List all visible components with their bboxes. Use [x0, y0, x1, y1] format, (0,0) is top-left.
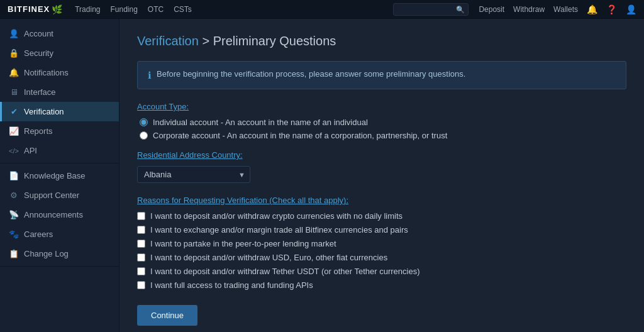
help-icon[interactable]: ❓ — [606, 4, 617, 14]
sidebar-item-security[interactable]: 🔒 Security — [0, 43, 119, 63]
country-select[interactable]: Albania United States United Kingdom — [137, 166, 250, 183]
checkbox-tether-input[interactable] — [137, 267, 145, 275]
radio-individual[interactable]: Individual account - An account in the n… — [140, 118, 626, 127]
sidebar-label-announcements: Announcements — [24, 210, 83, 219]
api-icon: </> — [9, 147, 19, 155]
sidebar-label-support-center: Support Center — [24, 191, 79, 200]
sidebar-label-security: Security — [24, 48, 53, 58]
sidebar-label-api: API — [24, 146, 37, 155]
knowledge-icon: 📄 — [9, 171, 19, 180]
careers-icon: 🐾 — [9, 230, 19, 239]
account-type-radio-group: Individual account - An account in the n… — [137, 118, 626, 140]
user-icon: 👤 — [9, 29, 19, 38]
sidebar-item-api[interactable]: </> API — [0, 141, 119, 160]
checkbox-exchange-input[interactable] — [137, 226, 145, 234]
sidebar-label-verification: Verification — [24, 107, 64, 116]
notification-icon: 🔔 — [9, 68, 19, 77]
sidebar-label-notifications: Notifications — [24, 68, 69, 77]
sidebar-label-knowledge-base: Knowledge Base — [24, 171, 86, 180]
country-select-wrapper: Albania United States United Kingdom ▼ — [137, 166, 250, 183]
sidebar-item-verification[interactable]: ✔ Verification — [0, 102, 119, 121]
checkbox-api-access-label: I want full access to trading and fundin… — [150, 280, 313, 290]
sidebar-item-interface[interactable]: 🖥 Interface — [0, 82, 119, 102]
wallets-link[interactable]: Wallets — [553, 5, 578, 14]
continue-button[interactable]: Continue — [137, 305, 197, 326]
logo[interactable]: BITFINEX 🌿 — [8, 4, 62, 14]
sidebar-item-notifications[interactable]: 🔔 Notifications — [0, 63, 119, 82]
checkbox-fiat-label: I want to deposit and/or withdraw USD, E… — [150, 253, 387, 262]
nav-trading[interactable]: Trading — [75, 5, 100, 14]
logo-text: BITFINEX — [8, 4, 50, 14]
withdraw-link[interactable]: Withdraw — [513, 5, 545, 14]
logo-leaf-icon: 🌿 — [52, 4, 62, 14]
radio-corporate-input[interactable] — [140, 131, 148, 140]
sidebar-item-careers[interactable]: 🐾 Careers — [0, 224, 119, 244]
deposit-link[interactable]: Deposit — [479, 5, 504, 14]
sidebar-item-change-log[interactable]: 📋 Change Log — [0, 244, 119, 263]
checkbox-crypto-label: I want to deposit and/or withdraw crypto… — [150, 211, 402, 221]
sidebar-label-reports: Reports — [24, 126, 53, 136]
checkbox-exchange-label: I want to exchange and/or margin trade a… — [150, 225, 408, 235]
sidebar-item-knowledge-base[interactable]: 📄 Knowledge Base — [0, 166, 119, 185]
checkbox-p2p[interactable]: I want to partake in the peer-to-peer le… — [137, 239, 626, 248]
radio-individual-label: Individual account - An account in the n… — [153, 118, 368, 127]
topnav-right: Deposit Withdraw Wallets 🔔 ❓ 👤 — [479, 4, 636, 14]
bell-icon[interactable]: 🔔 — [587, 4, 597, 14]
checkbox-tether[interactable]: I want to deposit and/or withdraw Tether… — [137, 267, 626, 276]
nav-funding[interactable]: Funding — [110, 5, 137, 14]
radio-corporate-label: Corporate account - An account in the na… — [153, 131, 447, 140]
residential-label: Residential Address Country: — [137, 150, 626, 160]
radio-corporate[interactable]: Corporate account - An account in the na… — [140, 131, 626, 140]
checkbox-fiat[interactable]: I want to deposit and/or withdraw USD, E… — [137, 253, 626, 262]
sidebar-label-account: Account — [24, 29, 53, 38]
reasons-label: Reasons for Requesting Verification (Che… — [137, 196, 626, 205]
checkbox-crypto-input[interactable] — [137, 212, 145, 220]
check-icon: ✔ — [9, 107, 19, 116]
reasons-checkbox-group: I want to deposit and/or withdraw crypto… — [137, 211, 626, 290]
search-wrapper: 🔍 — [393, 3, 469, 16]
radio-individual-input[interactable] — [140, 118, 148, 126]
checkbox-p2p-input[interactable] — [137, 240, 145, 248]
info-box: ℹ Before beginning the verification proc… — [137, 61, 626, 89]
monitor-icon: 🖥 — [9, 87, 19, 97]
nav-links: Trading Funding OTC CSTs — [75, 5, 393, 14]
checkbox-api-access[interactable]: I want full access to trading and fundin… — [137, 280, 626, 290]
top-navigation: BITFINEX 🌿 Trading Funding OTC CSTs 🔍 De… — [0, 0, 644, 19]
checkbox-tether-label: I want to deposit and/or withdraw Tether… — [150, 267, 419, 276]
lock-icon: 🔒 — [9, 48, 19, 58]
sidebar-label-change-log: Change Log — [24, 249, 69, 258]
layout: 👤 Account 🔒 Security 🔔 Notifications 🖥 I… — [0, 19, 644, 332]
info-text: Before beginning the verification proces… — [157, 69, 465, 79]
announcements-icon: 📡 — [9, 210, 19, 219]
changelog-icon: 📋 — [9, 249, 19, 258]
checkbox-crypto[interactable]: I want to deposit and/or withdraw crypto… — [137, 211, 626, 221]
nav-otc[interactable]: OTC — [148, 5, 164, 14]
user-circle-icon[interactable]: 👤 — [626, 4, 636, 14]
search-icon: 🔍 — [456, 5, 465, 13]
checkbox-p2p-label: I want to partake in the peer-to-peer le… — [150, 239, 336, 248]
account-type-label: Account Type: — [137, 102, 626, 111]
sidebar-item-announcements[interactable]: 📡 Announcements — [0, 205, 119, 224]
sidebar: 👤 Account 🔒 Security 🔔 Notifications 🖥 I… — [0, 19, 119, 332]
sidebar-item-reports[interactable]: 📈 Reports — [0, 121, 119, 141]
main-content: Verification > Preliminary Questions ℹ B… — [119, 19, 644, 332]
checkbox-exchange[interactable]: I want to exchange and/or margin trade a… — [137, 225, 626, 235]
sidebar-label-interface: Interface — [24, 87, 56, 97]
sidebar-section-main: 👤 Account 🔒 Security 🔔 Notifications 🖥 I… — [0, 24, 119, 163]
sidebar-label-careers: Careers — [24, 230, 53, 239]
checkbox-fiat-input[interactable] — [137, 253, 145, 262]
breadcrumb: Verification > Preliminary Questions — [137, 34, 626, 48]
info-icon: ℹ — [148, 70, 152, 81]
sidebar-item-account[interactable]: 👤 Account — [0, 24, 119, 43]
nav-csts[interactable]: CSTs — [174, 5, 192, 14]
checkbox-api-access-input[interactable] — [137, 281, 145, 289]
sidebar-item-support-center[interactable]: ⚙ Support Center — [0, 185, 119, 205]
chart-icon: 📈 — [9, 126, 19, 136]
breadcrumb-rest: > Preliminary Questions — [199, 34, 336, 48]
sidebar-section-resources: 📄 Knowledge Base ⚙ Support Center 📡 Anno… — [0, 166, 119, 267]
support-icon: ⚙ — [9, 191, 19, 200]
breadcrumb-link[interactable]: Verification — [137, 34, 199, 48]
